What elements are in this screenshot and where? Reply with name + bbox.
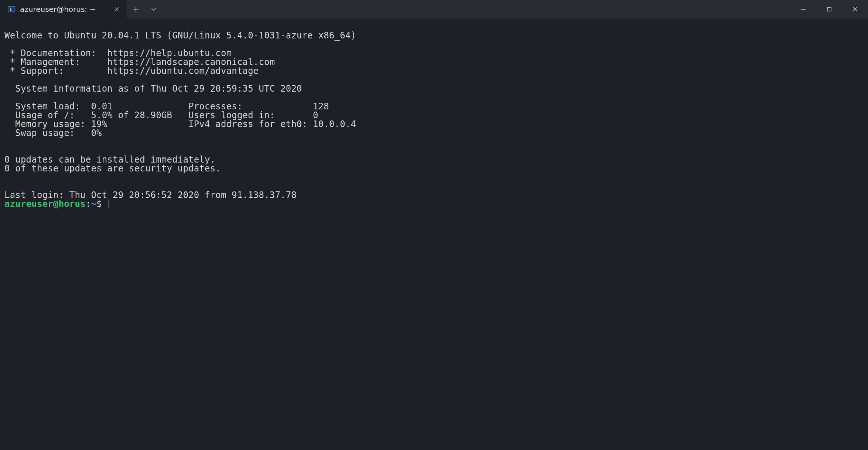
prompt-user-host: azureuser@horus <box>4 199 86 209</box>
prompt-colon: : <box>86 199 91 209</box>
prompt-path: ~ <box>91 199 96 209</box>
motd-sup-url: https://ubuntu.com/advantage <box>107 66 259 76</box>
maximize-icon <box>826 6 832 12</box>
motd-updates-line2: 0 of these updates are security updates. <box>4 163 221 174</box>
motd-sup-label: * Support: <box>4 66 107 76</box>
svg-rect-4 <box>10 10 12 11</box>
maximize-button[interactable] <box>816 0 842 18</box>
prompt-symbol: $ <box>96 199 107 209</box>
ssh-profile-icon <box>7 5 16 13</box>
window-close-button[interactable] <box>842 0 868 18</box>
svg-point-2 <box>10 7 11 9</box>
terminal-tab[interactable]: azureuser@horus: ~ <box>0 0 127 18</box>
titlebar: azureuser@horus: ~ <box>0 0 868 18</box>
minimize-icon <box>800 6 806 12</box>
close-icon <box>114 7 119 12</box>
terminal-viewport[interactable]: Welcome to Ubuntu 20.04.1 LTS (GNU/Linux… <box>0 18 868 212</box>
tab-dropdown-button[interactable] <box>145 0 163 18</box>
titlebar-rest <box>127 0 868 18</box>
close-icon <box>852 6 858 12</box>
chevron-down-icon <box>151 6 157 12</box>
motd-welcome: Welcome to Ubuntu 20.04.1 LTS (GNU/Linux… <box>4 30 356 41</box>
tab-title: azureuser@horus: ~ <box>20 5 107 14</box>
new-tab-button[interactable] <box>127 0 145 18</box>
motd-sysinfo-row4: Swap usage: 0% <box>4 128 102 138</box>
window-controls <box>790 0 868 18</box>
tab-close-button[interactable] <box>112 4 122 14</box>
motd-sysinfo-header: System information as of Thu Oct 29 20:5… <box>4 83 302 94</box>
terminal-cursor <box>109 200 109 208</box>
plus-icon <box>133 6 139 12</box>
svg-rect-5 <box>827 7 831 11</box>
minimize-button[interactable] <box>790 0 816 18</box>
